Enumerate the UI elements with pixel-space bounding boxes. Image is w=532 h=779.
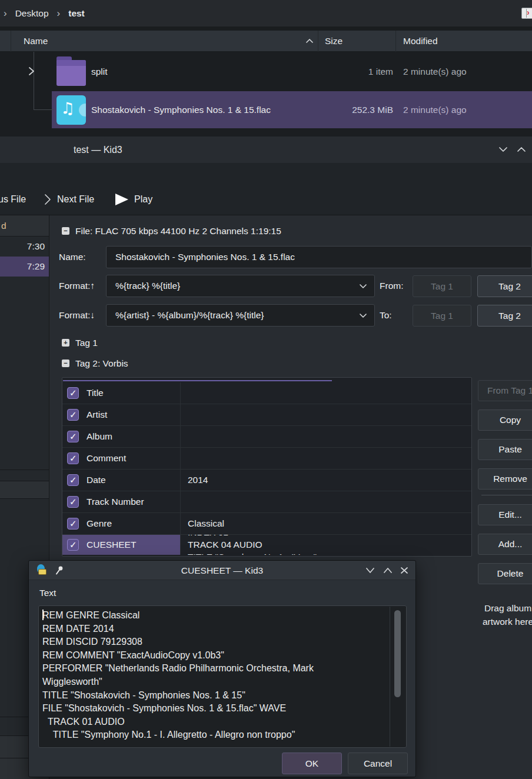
scrollbar-thumb[interactable]: [394, 610, 401, 697]
value-title[interactable]: [180, 382, 471, 404]
column-separator: [318, 31, 318, 52]
delete-button[interactable]: Delete: [478, 563, 532, 584]
from-tag1-frames-button[interactable]: From Tag 1: [478, 380, 532, 401]
value-cuesheet[interactable]: INDEX 01 TRACK 04 AUDIO TITLE "Symphony …: [180, 535, 471, 555]
file-info-header: File: FLAC 705 kbps 44100 Hz 2 Channels …: [75, 224, 281, 239]
folder-icon[interactable]: [56, 56, 86, 86]
file-row-name[interactable]: split: [91, 52, 108, 91]
checkbox-comment[interactable]: [67, 452, 79, 464]
value-date[interactable]: 2014: [180, 470, 471, 491]
breadcrumb-separator-icon: ›: [4, 8, 7, 19]
checkbox-artist[interactable]: [67, 409, 79, 421]
divider: [0, 26, 532, 31]
value-track-number[interactable]: [180, 491, 471, 512]
window-title: test — Kid3: [74, 137, 122, 163]
checkbox-title[interactable]: [67, 387, 79, 399]
table-row-cuesheet-selected[interactable]: CUESHEET INDEX 01 TRACK 04 AUDIO TITLE "…: [62, 535, 471, 555]
breadcrumb-item-test[interactable]: test: [68, 8, 85, 19]
to-tag2-button[interactable]: Tag 2: [477, 305, 532, 327]
table-row-comment[interactable]: Comment: [62, 448, 471, 470]
tag1-section-header: Tag 1: [75, 335, 98, 351]
table-row-genre[interactable]: Genre Classical: [62, 513, 471, 535]
paste-button[interactable]: Paste: [478, 439, 532, 460]
expand-tag1-icon[interactable]: +: [62, 339, 69, 347]
sort-ascending-icon[interactable]: [305, 38, 314, 45]
menu-strip: [0, 163, 532, 183]
ok-button[interactable]: OK: [282, 753, 342, 774]
table-row-album[interactable]: Album: [62, 426, 471, 448]
tree-line: [34, 52, 34, 109]
checkbox-cuesheet[interactable]: [67, 539, 79, 551]
table-row-date[interactable]: Date 2014: [62, 470, 471, 491]
file-row-modified: 2 minute(s) ago: [403, 91, 467, 128]
checkbox-date[interactable]: [67, 474, 79, 486]
dialog-titlebar[interactable]: CUESHEET — Kid3: [29, 561, 415, 580]
breadcrumb-item-desktop[interactable]: Desktop: [15, 8, 49, 19]
chevron-down-icon: [359, 312, 367, 319]
scrollbar-track: [390, 607, 390, 747]
column-separator: [395, 31, 396, 52]
value-genre[interactable]: Classical: [180, 513, 471, 534]
edit-button[interactable]: Edit...: [478, 504, 532, 525]
value-comment[interactable]: [180, 448, 471, 469]
split-arrow-icon: ›: [527, 8, 530, 17]
format-from-filename-combo[interactable]: %{track} %{title}: [106, 275, 375, 297]
close-icon[interactable]: [399, 566, 410, 575]
minimize-icon[interactable]: [365, 566, 375, 575]
cuesheet-dialog: CUESHEET — Kid3 Text REM GENRE Classical…: [28, 560, 416, 777]
format-from-filename-label: Format:↑: [59, 275, 95, 297]
next-file-icon[interactable]: [42, 193, 53, 206]
format-to-filename-label: Format:↓: [59, 304, 95, 327]
column-header-modified[interactable]: Modified: [403, 31, 438, 52]
format-to-filename-combo[interactable]: %{artist} - %{album}/%{track} %{title}: [106, 304, 375, 327]
cuesheet-line: TRACK 04 AUDIO: [188, 538, 317, 551]
from-tag1-button[interactable]: Tag 1: [413, 275, 471, 297]
value-album[interactable]: [180, 426, 471, 447]
table-row-title[interactable]: Title: [62, 382, 471, 404]
play-icon[interactable]: [114, 193, 129, 206]
column-header-name[interactable]: Name: [24, 31, 48, 52]
album-artwork-drop-zone[interactable]: Drag album artwork here: [474, 601, 532, 628]
cuesheet-text-area[interactable]: REM GENRE Classical REM DATE 2014 REM DI…: [38, 605, 407, 748]
from-tag2-button[interactable]: Tag 2: [477, 275, 532, 297]
value-artist[interactable]: [180, 404, 471, 425]
cuesheet-partial-line: TITLE "Symphony No.1 - IV. …": [188, 551, 317, 555]
maximize-icon[interactable]: [383, 566, 393, 575]
file-duration-row-selected[interactable]: 7:29: [0, 257, 49, 277]
copy-button[interactable]: Copy: [478, 410, 532, 431]
tag2-frame-table: Title Artist Album Comment Date 2014 Tra…: [62, 377, 472, 557]
audio-file-icon[interactable]: ♫: [56, 95, 86, 125]
file-list-partial-header: d: [0, 215, 49, 237]
cancel-button[interactable]: Cancel: [348, 753, 408, 774]
table-accent-line: [63, 380, 332, 381]
kid3-titlebar[interactable]: test — Kid3: [0, 137, 532, 163]
checkbox-album[interactable]: [67, 431, 79, 442]
to-tag1-button[interactable]: Tag 1: [413, 305, 471, 327]
tag2-section-header: Tag 2: Vorbis: [75, 356, 128, 371]
filename-input[interactable]: Shostakovich - Symphonies Nos. 1 & 15.fl…: [106, 246, 532, 268]
play-button[interactable]: Play: [134, 183, 152, 215]
to-label: To:: [380, 304, 392, 327]
name-label: Name:: [59, 246, 86, 268]
file-duration-row[interactable]: 7:30: [0, 237, 49, 257]
checkbox-genre[interactable]: [67, 518, 79, 530]
next-file-button[interactable]: Next File: [57, 183, 94, 215]
add-button[interactable]: Add...: [478, 534, 532, 555]
maximize-icon[interactable]: [516, 145, 527, 154]
table-row-artist[interactable]: Artist: [62, 404, 471, 426]
file-row-name[interactable]: Shostakovich - Symphonies Nos. 1 & 15.fl…: [91, 91, 271, 128]
expand-arrow-icon[interactable]: [27, 66, 35, 76]
previous-file-button[interactable]: us File: [0, 183, 26, 215]
table-row-track-number[interactable]: Track Number: [62, 491, 471, 513]
column-header-size[interactable]: Size: [325, 31, 343, 52]
collapse-tag2-icon[interactable]: −: [62, 359, 69, 367]
breadcrumb: › Desktop › test: [0, 0, 532, 26]
minimize-icon[interactable]: [497, 145, 509, 154]
tree-line: [34, 109, 54, 110]
collapse-file-section-icon[interactable]: −: [62, 227, 69, 235]
kid3-toolbar: us File Next File Play: [0, 183, 532, 215]
checkbox-track-number[interactable]: [67, 496, 79, 508]
close-split-view-icon[interactable]: ›: [521, 8, 532, 19]
chevron-down-icon: [359, 283, 367, 289]
remove-button[interactable]: Remove: [478, 468, 532, 490]
